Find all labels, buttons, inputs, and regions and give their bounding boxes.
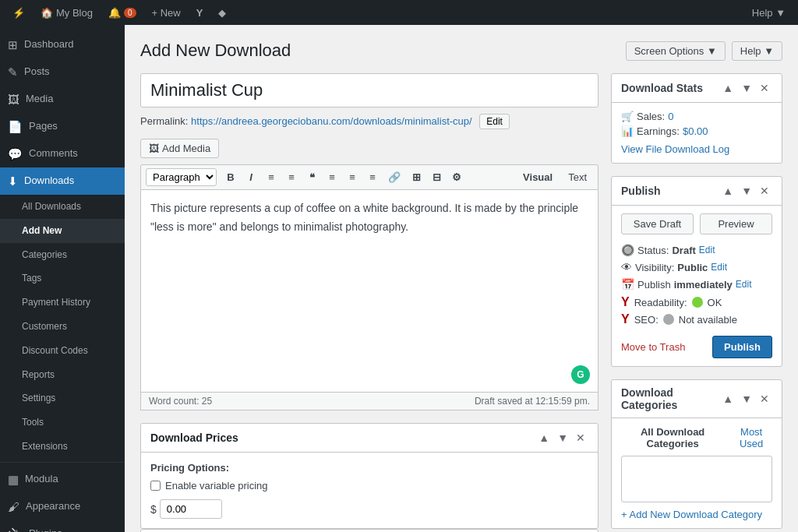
help-btn[interactable]: Help ▼ (746, 0, 792, 25)
sidebar-item-media[interactable]: 🖼 Media (0, 86, 125, 113)
visual-tab[interactable]: Visual (517, 168, 559, 186)
insert-table-button[interactable]: ⊞ (407, 168, 425, 186)
sales-value[interactable]: 0 (668, 111, 673, 122)
paragraph-select[interactable]: Paragraph (146, 168, 217, 186)
visibility-edit-link[interactable]: Edit (711, 262, 727, 273)
status-edit-link[interactable]: Edit (699, 245, 715, 255)
sidebar-item-all-downloads[interactable]: All Downloads (0, 195, 125, 219)
view-log-link[interactable]: View File Download Log (621, 143, 729, 155)
permalink-row: Permalink: https://andreea.georgeciobanu… (140, 114, 598, 129)
stats-down-button[interactable]: ▼ (738, 80, 755, 96)
sidebar-item-reports[interactable]: Reports (0, 363, 125, 387)
add-category-link[interactable]: + Add New Download Category (621, 509, 762, 520)
sidebar-item-customers[interactable]: Customers (0, 315, 125, 339)
visibility-row: 👁 Visibility: Public Edit (621, 261, 772, 273)
insert-more-button[interactable]: ⊟ (427, 168, 446, 186)
toolbar-toggle-button[interactable]: ⚙ (447, 168, 466, 186)
sidebar-item-comments[interactable]: 💬 Comments (0, 140, 125, 167)
publish-button[interactable]: Publish (712, 336, 772, 358)
screen-options-button[interactable]: Screen Options ▼ (626, 41, 726, 61)
text-tab[interactable]: Text (562, 168, 593, 186)
sidebar-item-label: Modula (25, 472, 58, 486)
category-list[interactable] (621, 456, 772, 502)
sidebar-item-tools-dl[interactable]: Tools (0, 410, 125, 435)
align-center-button[interactable]: ≡ (343, 168, 362, 186)
blockquote-button[interactable]: ❝ (302, 168, 321, 186)
publish-up-button[interactable]: ▲ (719, 183, 736, 199)
sidebar-sub-label: All Downloads (22, 200, 81, 213)
sidebar-item-add-new[interactable]: Add New (0, 219, 125, 243)
help-button[interactable]: Help ▼ (732, 41, 782, 61)
italic-button[interactable]: I (242, 168, 260, 186)
sidebar-item-plugins[interactable]: 🔌 Plugins (0, 520, 125, 532)
metabox-up-button[interactable]: ▲ (535, 430, 553, 446)
metabox-controls: ▲ ▼ ✕ (535, 430, 588, 446)
dashboard-icon: ⊞ (8, 37, 18, 53)
sidebar-item-appearance[interactable]: 🖌 Appearance (0, 493, 125, 520)
publish-down-button[interactable]: ▼ (738, 183, 755, 199)
permalink-url[interactable]: https://andreea.georgeciobanu.com/downlo… (191, 115, 472, 127)
cart-icon: 🛒 (621, 111, 634, 122)
editor-content: This picture represents a cup of coffee … (150, 199, 588, 237)
header-buttons: Screen Options ▼ Help ▼ (626, 41, 782, 61)
right-panel: Download Stats ▲ ▼ ✕ 🛒 Sales: 0 (611, 73, 782, 532)
post-title-input[interactable] (140, 73, 598, 107)
sidebar-item-dashboard[interactable]: ⊞ Dashboard (0, 31, 125, 58)
sidebar-item-extensions[interactable]: Extensions (0, 435, 125, 459)
publish-close-button[interactable]: ✕ (757, 183, 772, 199)
enable-variable-label: Enable variable pricing (165, 480, 268, 491)
publish-header: Publish ▲ ▼ ✕ (612, 177, 782, 206)
bold-button[interactable]: B (221, 168, 240, 186)
sidebar-item-settings-dl[interactable]: Settings (0, 386, 125, 410)
publish-title: Publish (621, 185, 661, 197)
yoast-admin-item[interactable]: Y (190, 0, 210, 25)
enable-variable-checkbox[interactable] (150, 481, 161, 491)
cat-close-button[interactable]: ✕ (757, 391, 772, 407)
stats-close-button[interactable]: ✕ (757, 80, 772, 96)
link-button[interactable]: 🔗 (383, 168, 405, 186)
sidebar-item-modula[interactable]: ▦ Modula (0, 466, 125, 493)
add-media-icon: 🖼 (149, 143, 159, 154)
preview-button[interactable]: Preview (700, 213, 772, 234)
download-prices-title: Download Prices (150, 432, 238, 444)
cat-down-button[interactable]: ▼ (738, 391, 755, 407)
grammarly-icon[interactable]: G (571, 365, 590, 384)
align-right-button[interactable]: ≡ (363, 168, 382, 186)
ul-button[interactable]: ≡ (262, 168, 281, 186)
sidebar-item-posts[interactable]: ✎ Posts (0, 58, 125, 86)
sidebar-item-discount-codes[interactable]: Discount Codes (0, 339, 125, 363)
earnings-value[interactable]: $0.00 (683, 125, 708, 137)
sidebar-item-tags[interactable]: Tags (0, 266, 125, 291)
editor-body[interactable]: This picture represents a cup of coffee … (140, 190, 598, 393)
sales-row: 🛒 Sales: 0 (621, 111, 772, 122)
all-categories-tab[interactable]: All Download Categories (621, 426, 724, 449)
permalink-edit-button[interactable]: Edit (479, 114, 510, 129)
sidebar-item-categories[interactable]: Categories (0, 243, 125, 267)
ol-button[interactable]: ≡ (282, 168, 301, 186)
most-used-tab[interactable]: Most Used (730, 426, 772, 449)
sidebar-sub-label: Tools (22, 416, 44, 429)
publish-time-edit-link[interactable]: Edit (736, 279, 752, 290)
add-media-button[interactable]: 🖼 Add Media (140, 139, 219, 158)
sidebar-item-payment-history[interactable]: Payment History (0, 291, 125, 315)
metabox-down-button[interactable]: ▼ (554, 430, 571, 446)
sidebar-item-pages[interactable]: 📄 Pages (0, 113, 125, 140)
stats-up-button[interactable]: ▲ (719, 80, 736, 96)
sidebar-sub-label: Payment History (22, 296, 90, 309)
diamond-item[interactable]: ◆ (212, 0, 232, 25)
main-content: Add New Download Screen Options ▼ Help ▼… (125, 25, 798, 532)
metabox-close-button[interactable]: ✕ (573, 430, 588, 446)
save-draft-button[interactable]: Save Draft (621, 213, 694, 234)
notifications-item[interactable]: 🔔 0 (102, 0, 143, 25)
sidebar-item-downloads[interactable]: ⬇ Downloads (0, 167, 125, 195)
price-input[interactable] (160, 499, 222, 519)
cat-up-button[interactable]: ▲ (719, 391, 736, 407)
download-categories-body: All Download Categories Most Used + Add … (612, 418, 782, 528)
my-blog-item[interactable]: 🏠 My Blog (34, 0, 99, 25)
align-left-button[interactable]: ≡ (323, 168, 341, 186)
wp-logo-item[interactable]: ⚡ (6, 0, 31, 25)
publish-controls: ▲ ▼ ✕ (719, 183, 772, 199)
sidebar-item-label: Appearance (26, 499, 80, 513)
new-item[interactable]: + New (146, 0, 187, 25)
move-trash-link[interactable]: Move to Trash (621, 341, 685, 353)
